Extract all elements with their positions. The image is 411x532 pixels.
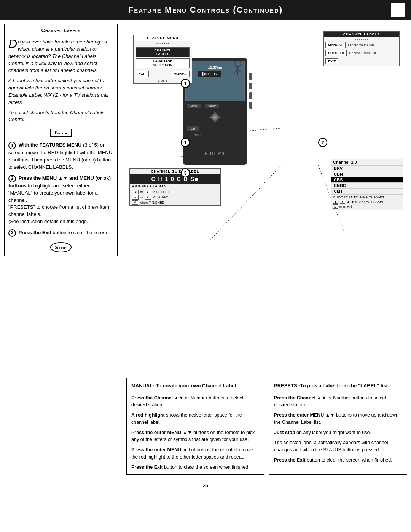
manual-step4-bold: Press the outer MENU ◄: [131, 447, 187, 452]
channel-guide-box: CHANNEL GUIDE LABEL C H 1 0 C B S■ ANTEN…: [129, 168, 221, 206]
svg-text:PHILIPS: PHILIPS: [205, 152, 225, 156]
svg-text:INFO: INFO: [194, 134, 201, 136]
presets-instructions-box: PRESETS -To pick a Label from the "LABEL…: [269, 378, 407, 475]
presets-text-step3: Just stop on any label you might want to…: [274, 429, 402, 436]
right-area: FEATURE MENU • • • • • • • CHANNELLABELS…: [122, 24, 407, 366]
manual-step2: A red highlight shows the active letter …: [131, 412, 260, 426]
intro-text: o you ever have trouble remembering on w…: [8, 39, 107, 73]
channel-guide-title: CHANNEL GUIDE LABEL: [130, 169, 220, 174]
cg-instr-2: ▲ or ▼ CHANGE: [130, 195, 220, 200]
manual-step1-bold: Press the Channel ▲▼: [131, 395, 183, 401]
cg-m-key: M: [132, 200, 138, 205]
svg-text:ok: ok: [213, 116, 217, 119]
cg-instr-2-text: CHANGE: [153, 195, 168, 199]
cg-instr-3: M when FINISHED: [130, 200, 220, 205]
presets-m-key: M: [333, 204, 338, 209]
presets-down-arrow: ▼: [340, 200, 345, 204]
manual-step3-bold: Press the outer MENU: [131, 430, 181, 435]
presets-choose-text: CHOOSE ANTENNA A CHANNEL: [333, 195, 401, 199]
feature-menu-box: FEATURE MENU • • • • • • • CHANNELLABELS…: [133, 35, 192, 84]
manual-row: MANUAL Create Your Own: [324, 41, 399, 49]
presets-instructions-panel: CHOOSE ANTENNA A CHANNEL ▲ ▼ ▲ ▼ to SELE…: [331, 194, 403, 210]
manual-step4: Press the outer MENU ◄ buttons on the re…: [131, 446, 260, 461]
diagram-step-3: 3: [181, 168, 190, 177]
presets-row: PRESETS Choose From List: [324, 49, 399, 57]
diagram-step-2: 2: [318, 138, 327, 147]
cg-arrow-ud-2: ▼: [145, 195, 151, 200]
preset-brv[interactable]: BRV: [331, 166, 403, 171]
main-content: Channel Labels D o you ever have trouble…: [0, 20, 411, 370]
step-2-note: (See instruction details on this page.): [8, 219, 90, 224]
feature-menu-item-language[interactable]: LANGUAGESELECTION: [136, 58, 190, 68]
manual-divider: [131, 392, 260, 392]
feature-menu-title: FEATURE MENU: [134, 35, 192, 41]
preset-cmt[interactable]: CMT: [331, 189, 403, 194]
step-1-header: With the FEATURES MENU: [19, 142, 82, 148]
manual-btn[interactable]: MANUAL: [325, 42, 346, 48]
presets-text-step4: The selected label automatically appears…: [274, 439, 402, 454]
exit-row: EXIT: [324, 57, 399, 66]
channel-guide-antenna: ANTENNA A LABELS: [130, 184, 220, 189]
preset-cbn[interactable]: CBN: [331, 171, 403, 177]
manual-step2-bold: A red highlight: [131, 412, 165, 418]
diagram-step-1b: 1: [181, 138, 190, 147]
presets-channel-label: Channel: [333, 160, 349, 165]
cg-arrow-lr-1: ◄: [132, 190, 139, 194]
svg-text:12:37pm: 12:37pm: [208, 66, 222, 69]
presets-box: Channel 1 0 BRV CBN CBS CNBC CMT CHOOSE …: [331, 159, 403, 210]
step-1: 1 With the FEATURES MENU (3 of 5) on scr…: [8, 142, 113, 171]
feature-menu-exit-btn[interactable]: EXIT: [136, 71, 149, 77]
begin-center: Begin: [8, 126, 113, 139]
select-paragraph: To select channels from the Channel Labe…: [8, 109, 113, 124]
presets-text-step2: Press the outer MENU ▲▼ buttons to move …: [274, 412, 402, 426]
cg-instr-3-text: when FINISHED: [140, 201, 165, 204]
manual-step5-text: button to clear the screen when finished…: [164, 465, 249, 470]
step-3-header: Press the Exit: [19, 230, 51, 235]
step-3-number: 3: [8, 229, 16, 237]
presets-text-title: PRESETS -To pick a Label from the "LABEL…: [274, 382, 402, 390]
step-2-text: to highlight and select either:: [28, 183, 91, 189]
step-1-number: 1: [8, 142, 16, 149]
manual-title: MANUAL- To create your own Channel Label…: [131, 382, 260, 390]
left-column: Channel Labels D o you ever have trouble…: [4, 24, 122, 366]
presets-text-step1-bold: Press the Channel ▲▼: [274, 395, 326, 401]
presets-exit-row: M M to Exit: [333, 204, 401, 209]
presets-btn[interactable]: PRESETS: [325, 50, 347, 56]
svg-text:Exit: Exit: [191, 128, 195, 130]
corner-box: [391, 3, 405, 17]
svg-rect-21: [249, 73, 252, 80]
manual-step3: Press the outer MENU ▲▼ buttons on the r…: [131, 429, 260, 444]
begin-badge: Begin: [50, 129, 72, 137]
svg-rect-23: [249, 92, 252, 99]
svg-text:Source: Source: [208, 105, 216, 107]
cg-instr-1-text: to SELECT: [153, 190, 170, 194]
presets-select-label-text: ▲ ▼ to SELECT LABEL: [347, 200, 384, 204]
lower-left: [4, 378, 122, 475]
manual-step5-bold: Press the Exit: [131, 465, 163, 470]
channel-labels-panel: CHANNEL LABELS • • • • • • • MANUAL Crea…: [323, 31, 400, 66]
svg-text:▐ HDR PTV: ▐ HDR PTV: [201, 72, 218, 76]
feature-menu-bottom: EXIT MORE...: [134, 69, 192, 78]
cg-or-1: or: [140, 190, 143, 194]
step-2-number: 2: [8, 175, 16, 182]
feature-menu-item-channel-labels[interactable]: CHANNELLABELS: [136, 47, 190, 57]
preset-cbs[interactable]: CBS: [331, 177, 403, 183]
channel-labels-box: Channel Labels D o you ever have trouble…: [4, 24, 118, 256]
presets-text-step5-text: button to clear the screen when finished…: [307, 457, 392, 463]
stop-badge: Stop: [50, 242, 71, 252]
presets-up-arrow: ▲: [333, 200, 338, 204]
presets-text-step5: Press the Exit button to clear the scree…: [274, 457, 402, 464]
manual-step1: Press the Channel ▲▼ or Number buttons t…: [131, 395, 260, 409]
presets-desc: Choose From List: [349, 51, 376, 55]
feature-menu-more-btn[interactable]: MORE...: [171, 71, 190, 77]
label-paragraph: A Label is a four letter callout you can…: [8, 77, 113, 106]
presets-text-step3-bold: Just stop: [274, 430, 295, 435]
presets-label-list: BRV CBN CBS CNBC CMT: [331, 166, 403, 194]
exit-btn[interactable]: EXIT: [325, 58, 338, 64]
step-2: 2 Press the MENU ▲▼ and MENU (or ok) but…: [8, 175, 113, 225]
svg-rect-24: [249, 102, 252, 109]
svg-rect-22: [249, 83, 252, 89]
page-number: 25: [0, 479, 411, 490]
presets-channel-row: Channel 1 0: [331, 159, 403, 166]
preset-cnbc[interactable]: CNBC: [331, 183, 403, 189]
